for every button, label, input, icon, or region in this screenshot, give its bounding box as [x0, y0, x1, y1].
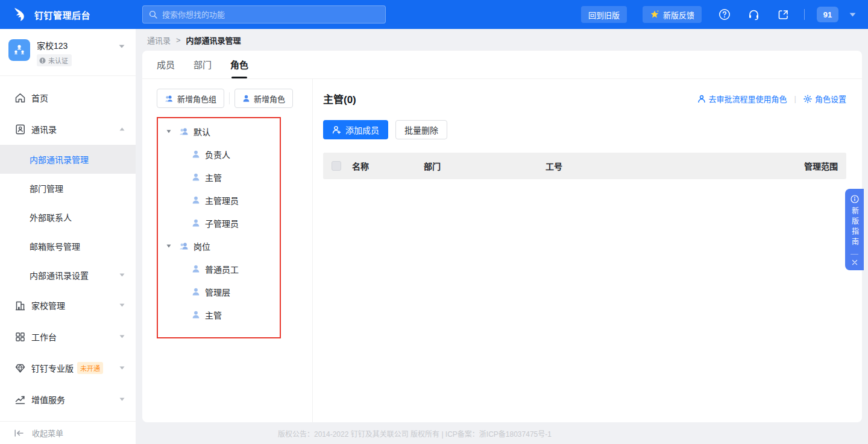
sidebar: 家校123 未认证 首页 — [0, 29, 136, 444]
copyright-text: 版权公告：2014-2022 钉钉及其关联公司 版权所有 | ICP备案：浙IC… — [271, 428, 552, 439]
tab-departments[interactable]: 部门 — [193, 58, 212, 78]
role-person-icon — [192, 265, 200, 273]
chevron-down-icon — [119, 398, 125, 401]
sidebar-item-workbench[interactable]: 工作台 — [0, 321, 136, 352]
org-avatar — [8, 39, 30, 61]
topbar: 钉钉管理后台 回到旧版 新版反馈 91 — [0, 0, 868, 29]
topbar-actions: 回到旧版 新版反馈 91 — [581, 6, 856, 23]
sidebar-item-contacts[interactable]: 通讯录 — [0, 113, 136, 145]
role-row[interactable]: 主管 — [158, 166, 280, 189]
org-info: 家校123 未认证 — [37, 39, 72, 66]
column-header-manage-scope: 管理范围 — [804, 160, 838, 172]
workbench-grid-icon — [14, 331, 26, 343]
person-add-icon — [332, 125, 341, 135]
button-divider — [229, 92, 230, 104]
tree-caret-down-icon[interactable] — [166, 244, 171, 248]
help-icon[interactable] — [719, 8, 731, 21]
tree-caret-down-icon[interactable] — [166, 130, 171, 133]
home-icon — [14, 92, 26, 104]
role-row[interactable]: 管理层 — [158, 281, 280, 303]
breadcrumb-separator: > — [176, 36, 181, 45]
footer: 版权公告：2014-2022 钉钉及其关联公司 版权所有 | ICP备案：浙IC… — [136, 422, 868, 444]
dingtalk-logo-icon — [13, 7, 27, 22]
sidebar-item-internal-contacts[interactable]: 内部通讯录管理 — [0, 145, 136, 174]
customer-service-icon[interactable] — [747, 8, 760, 21]
role-group-icon — [179, 127, 189, 136]
chevron-down-icon — [119, 303, 125, 307]
role-tree-panel: 新增角色组 新增角色 — [142, 79, 313, 422]
sidebar-item-home[interactable]: 首页 — [0, 82, 136, 113]
topbar-divider — [804, 9, 805, 20]
role-row[interactable]: 主管理员 — [158, 189, 280, 212]
role-group-row[interactable]: 默认 — [158, 120, 280, 143]
trend-chart-icon — [14, 394, 26, 405]
use-role-in-approval-link[interactable]: 去审批流程里使用角色 — [697, 93, 787, 104]
diamond-icon — [14, 363, 26, 374]
sidebar-item-department-mgmt[interactable]: 部门管理 — [0, 174, 136, 203]
add-role-button[interactable]: 新增角色 — [234, 89, 293, 108]
gear-icon — [804, 95, 812, 103]
building-icon — [14, 300, 26, 311]
sidebar-item-external-contacts[interactable]: 外部联系人 — [0, 203, 136, 232]
sidebar-nav: 首页 通讯录 内部通讯录管理 部门管理 — [0, 76, 136, 421]
role-person-icon — [242, 95, 250, 103]
breadcrumb-contacts[interactable]: 通讯录 — [147, 34, 171, 46]
select-all-checkbox[interactable] — [332, 161, 341, 171]
account-menu-caret-icon[interactable] — [849, 13, 856, 17]
role-row[interactable]: 子管理员 — [158, 212, 280, 235]
column-header-department: 部门 — [424, 160, 546, 172]
person-outline-icon — [697, 95, 706, 103]
org-switch-caret-icon[interactable] — [119, 45, 125, 48]
add-member-button[interactable]: 添加成员 — [323, 120, 388, 139]
global-search — [142, 5, 386, 24]
guide-badge-label: 新版指南 — [851, 207, 858, 250]
org-switcher[interactable]: 家校123 未认证 — [0, 29, 136, 76]
role-settings-link[interactable]: 角色设置 — [804, 93, 846, 104]
uncertified-icon — [39, 57, 46, 64]
links-separator: | — [794, 94, 796, 103]
new-version-feedback-button[interactable]: 新版反馈 — [643, 6, 702, 23]
role-detail-panel: 主管(0) 去审批流程里使用角色 | 角色设置 — [313, 79, 862, 422]
role-group-icon — [179, 242, 189, 250]
chevron-down-icon — [119, 335, 125, 338]
add-role-group-button[interactable]: 新增角色组 — [157, 89, 224, 108]
close-icon[interactable] — [852, 259, 858, 265]
column-header-name: 名称 — [352, 160, 424, 172]
content-card: 成员 部门 角色 新增角色组 — [142, 51, 862, 422]
tab-bar: 成员 部门 角色 — [142, 51, 862, 79]
org-structure-icon — [13, 43, 26, 57]
collapse-menu-button[interactable]: 收起菜单 — [0, 421, 136, 444]
role-row[interactable]: 主管 — [158, 303, 280, 326]
role-person-icon — [192, 196, 200, 205]
notification-count-badge[interactable]: 91 — [817, 7, 838, 22]
sidebar-item-mailbox-mgmt[interactable]: 邮箱账号管理 — [0, 232, 136, 261]
role-group-row[interactable]: 岗位 — [158, 235, 280, 258]
role-tree-highlight-box: 默认 负责人 — [157, 117, 281, 338]
sidebar-item-family-school[interactable]: 家校管理 — [0, 290, 136, 321]
tab-roles[interactable]: 角色 — [230, 58, 248, 78]
sidebar-item-internal-contacts-settings[interactable]: 内部通讯录设置 — [0, 261, 136, 290]
screen-expand-icon[interactable] — [777, 8, 790, 21]
role-row[interactable]: 普通员工 — [158, 258, 280, 281]
org-name: 家校123 — [37, 39, 72, 51]
role-row[interactable]: 负责人 — [158, 143, 280, 166]
sidebar-item-value-added-services[interactable]: 增值服务 — [0, 384, 136, 415]
chevron-up-icon — [119, 127, 125, 131]
role-person-icon — [192, 311, 200, 319]
main-area: 通讯录 > 内部通讯录管理 成员 部门 角色 新增角色组 — [136, 29, 868, 444]
batch-delete-button[interactable]: 批量删除 — [395, 120, 447, 139]
role-group-icon — [165, 95, 174, 103]
sidebar-item-dingtalk-pro[interactable]: 钉钉专业版 未开通 — [0, 352, 136, 384]
role-person-icon — [192, 173, 200, 182]
collapse-arrow-icon — [14, 430, 24, 437]
role-actions: 新增角色组 新增角色 — [157, 89, 312, 108]
guide-divider — [851, 254, 858, 255]
column-header-employee-id: 工号 — [546, 160, 804, 172]
back-to-old-button[interactable]: 回到旧版 — [581, 6, 627, 23]
new-version-guide-badge[interactable]: 新版指南 — [845, 189, 864, 270]
tab-members[interactable]: 成员 — [157, 58, 175, 78]
chevron-down-icon — [119, 273, 125, 277]
feedback-star-icon — [650, 10, 659, 19]
org-certification-badge: 未认证 — [37, 54, 72, 66]
search-input[interactable] — [162, 10, 379, 19]
